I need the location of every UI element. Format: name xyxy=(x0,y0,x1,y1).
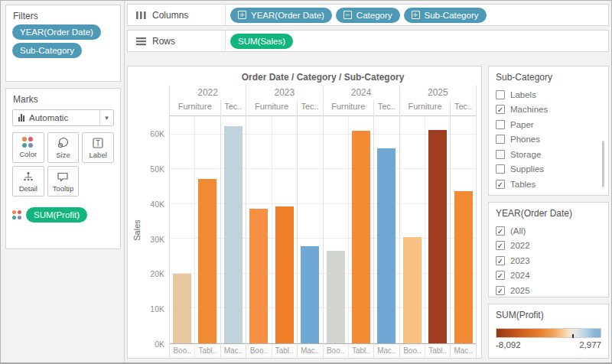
unchecked-checkbox-icon[interactable] xyxy=(496,90,505,99)
shelf-area: Columns +YEAR(Order Date)−Category+Sub-C… xyxy=(127,4,609,56)
checked-checkbox-icon[interactable]: ✓ xyxy=(496,226,505,236)
columns-pill-category[interactable]: −Category xyxy=(336,8,400,23)
y-tick-label: 10K xyxy=(150,304,164,314)
chevron-down-icon[interactable]: ▾ xyxy=(99,110,113,125)
year-group-2022: 2022FurnitureBoo..Tabl..Tec..Mac.. xyxy=(169,85,246,358)
pill-label: Sub-Category xyxy=(20,46,74,55)
tooltip-button[interactable]: Tooltip xyxy=(47,166,80,197)
unchecked-checkbox-icon[interactable] xyxy=(496,164,505,174)
rows-pill-sum-sales-[interactable]: SUM(Sales) xyxy=(230,34,293,49)
chart-panes: 2022FurnitureBoo..Tabl..Tec..Mac..2023Fu… xyxy=(169,85,477,358)
sum-profit-pill[interactable]: SUM(Profit) xyxy=(26,207,87,223)
checked-checkbox-icon[interactable]: ✓ xyxy=(496,180,505,189)
columns-pill-sub-category[interactable]: +Sub-Category xyxy=(404,8,487,23)
category-panel-2024-furniture: FurnitureBoo..Tabl.. xyxy=(324,100,374,358)
checked-checkbox-icon[interactable]: ✓ xyxy=(496,241,505,250)
color-button[interactable]: Color xyxy=(12,132,44,163)
bar-2023-tabl[interactable] xyxy=(275,206,294,343)
year-filter-title: YEAR(Order Date) xyxy=(489,203,608,222)
chart-pane xyxy=(298,115,323,344)
y-tick-label: 20K xyxy=(150,269,164,278)
year-header-label: 2022 xyxy=(170,85,246,100)
subcategory-item-phones[interactable]: Phones xyxy=(496,132,608,148)
bar-2025-mac[interactable] xyxy=(454,191,473,343)
x-axis-label: Boo.. xyxy=(400,344,425,358)
color-dots-icon xyxy=(12,210,22,220)
category-header-label: Tec.. xyxy=(451,100,476,115)
subcategory-item-tables[interactable]: ✓Tables xyxy=(496,177,608,192)
size-button[interactable]: Size xyxy=(47,132,80,163)
bar-2024-tabl[interactable] xyxy=(352,131,370,343)
unchecked-checkbox-icon[interactable] xyxy=(496,120,505,129)
filter-pill-sub-category[interactable]: Sub-Category xyxy=(12,43,82,58)
bar-2025-tabl[interactable] xyxy=(428,130,447,343)
label-button[interactable]: T Label xyxy=(82,132,114,163)
detail-tree-icon xyxy=(22,171,34,183)
category-panel-2023-furniture: FurnitureBoo..Tabl.. xyxy=(246,100,297,358)
chart-body: Sales 0K10K20K30K40K50K60K 2022Furniture… xyxy=(128,85,477,358)
pill-label: SUM(Sales) xyxy=(238,37,285,46)
expand-box-icon[interactable]: + xyxy=(238,11,246,19)
chart-pane xyxy=(170,115,220,344)
bar-2024-boo[interactable] xyxy=(327,251,345,343)
subcategory-item-machines[interactable]: ✓Machines xyxy=(496,102,608,118)
collapse-box-icon[interactable]: − xyxy=(343,11,352,19)
x-axis-label: Tabl.. xyxy=(348,344,373,358)
subcategory-item-supplies[interactable]: Supplies xyxy=(496,162,608,177)
x-axis-label: Boo.. xyxy=(246,344,271,358)
checked-checkbox-icon[interactable]: ✓ xyxy=(496,105,505,114)
size-circles-icon xyxy=(57,137,69,149)
subcategory-item-storage[interactable]: Storage xyxy=(496,147,608,162)
year-item--all-[interactable]: ✓(All) xyxy=(496,223,608,239)
bar-cell xyxy=(194,116,220,343)
expand-box-icon[interactable]: + xyxy=(412,11,420,19)
bar-2022-mac[interactable] xyxy=(224,126,243,343)
x-axis-label: Mac.. xyxy=(221,344,246,358)
mark-type-dropdown[interactable]: Automatic ▾ xyxy=(12,109,114,126)
subcategory-item-paper[interactable]: Paper xyxy=(496,117,608,132)
bar-2022-tabl[interactable] xyxy=(198,179,216,343)
year-group-2024: 2024FurnitureBoo..Tabl..Tec..Mac.. xyxy=(323,85,399,358)
unchecked-checkbox-icon[interactable] xyxy=(496,150,505,159)
x-axis-label: Tabl.. xyxy=(272,344,297,358)
subcategory-item-labels[interactable]: Labels xyxy=(496,87,608,102)
bar-2025-boo[interactable] xyxy=(403,237,422,343)
bar-cell xyxy=(298,116,323,343)
checked-checkbox-icon[interactable]: ✓ xyxy=(496,286,505,295)
year-item-2024[interactable]: ✓2024 xyxy=(496,268,608,284)
rows-shelf: Rows SUM(Sales) xyxy=(127,30,609,52)
chart-pane xyxy=(374,115,399,344)
bar-2022-boo[interactable] xyxy=(173,274,191,343)
year-item-2022[interactable]: ✓2022 xyxy=(496,239,608,254)
profit-legend-title: SUM(Profit) xyxy=(489,304,608,323)
filter-pill-year-order-date-[interactable]: YEAR(Order Date) xyxy=(12,24,101,40)
unchecked-checkbox-icon[interactable] xyxy=(496,135,505,144)
pill-label: Sub-Category xyxy=(425,11,479,20)
columns-shelf: Columns +YEAR(Order Date)−Category+Sub-C… xyxy=(127,4,609,26)
color-dots-icon xyxy=(22,137,34,148)
category-panel-2022-furniture: FurnitureBoo..Tabl.. xyxy=(170,100,220,358)
scrollbar-thumb[interactable] xyxy=(602,141,604,187)
detail-button[interactable]: Detail xyxy=(12,166,44,197)
bar-2023-boo[interactable] xyxy=(249,209,268,343)
year-header-label: 2023 xyxy=(246,85,322,100)
bar-2023-mac[interactable] xyxy=(301,246,319,343)
columns-pill-year-order-date-[interactable]: +YEAR(Order Date) xyxy=(230,8,332,23)
bar-cell xyxy=(170,116,194,343)
y-tick-label: 30K xyxy=(150,235,164,244)
checked-checkbox-icon[interactable]: ✓ xyxy=(496,256,505,265)
checked-checkbox-icon[interactable]: ✓ xyxy=(496,271,505,280)
checkbox-label: Paper xyxy=(510,120,534,129)
year-item-2025[interactable]: ✓2025 xyxy=(496,283,608,298)
profit-color-gradient[interactable] xyxy=(496,328,601,338)
checkbox-label: Phones xyxy=(510,135,540,144)
bar-2024-mac[interactable] xyxy=(377,148,396,343)
profit-legend-card: SUM(Profit) -8,092 2,977 xyxy=(488,304,609,359)
category-panel-2025-tec: Tec..Mac.. xyxy=(450,100,476,358)
year-item-2023[interactable]: ✓2023 xyxy=(496,253,608,268)
bar-cell xyxy=(221,116,246,343)
checkbox-label: 2025 xyxy=(510,286,530,295)
x-axis-label: Mac.. xyxy=(451,344,476,358)
rows-shelf-label: Rows xyxy=(128,31,226,51)
bar-cell xyxy=(374,116,399,343)
